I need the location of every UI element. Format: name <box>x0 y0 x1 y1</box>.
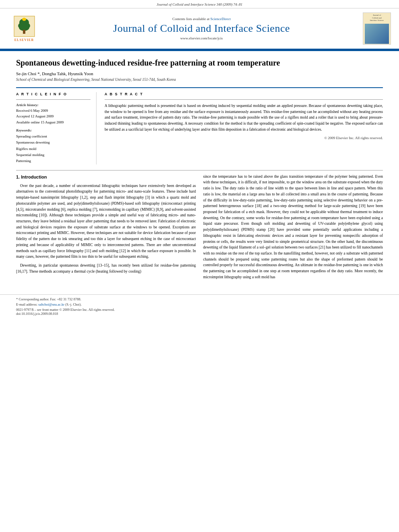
article-info-column: A R T I C L E I N F O Article history: R… <box>16 92 97 164</box>
history-label: Article history: <box>16 103 90 107</box>
copyright-line: © 2009 Elsevier Inc. All rights reserved… <box>105 136 383 140</box>
body-divider <box>16 170 383 170</box>
journal-citation-bar: Journal of Colloid and Interface Science… <box>0 0 399 8</box>
sciencedirect-link: Contents lists available at ScienceDirec… <box>40 17 363 21</box>
cover-mini-title: Journal ofColloid andInterface Science <box>369 13 385 23</box>
journal-url: www.elsevier.com/locate/jcis <box>40 36 363 40</box>
sciencedirect-hyperlink[interactable]: ScienceDirect <box>210 17 230 21</box>
info-divider <box>16 99 90 100</box>
body-left-column: 1. Introduction Over the past decade, a … <box>16 174 196 283</box>
issn-line: 0021-9797/$ – see front matter © 2009 El… <box>16 308 383 312</box>
keyword-2: Spontaneous dewetting <box>16 140 90 146</box>
doi-line: doi:10.1016/j.jcis.2009.08.018 <box>16 312 383 316</box>
issn-text: 0021-9797/$ – see front matter © 2009 El… <box>16 308 115 312</box>
journal-cover-image: Journal ofColloid andInterface Science <box>363 12 391 45</box>
email-label: E-mail address: <box>16 302 37 306</box>
elsevier-logo-area: ELSEVIER <box>8 15 40 42</box>
article-affiliation: School of Chemical and Biological Engine… <box>16 78 383 82</box>
abstract-divider <box>105 99 383 100</box>
article-authors: Se-jin Choi *, Dongha Tahk, Hyunsik Yoon <box>16 71 383 76</box>
section1-title: 1. Introduction <box>16 174 196 181</box>
available-date: Available online 15 August 2009 <box>16 119 90 125</box>
accepted-date: Accepted 12 August 2009 <box>16 113 90 119</box>
body-right-column: since the temperature has to be raised a… <box>203 174 383 283</box>
journal-title: Journal of Colloid and Interface Science <box>40 23 363 35</box>
article-footer: * Corresponding author. Fax: +82 31 732 … <box>0 294 399 316</box>
email-note-text: (S.-j. Choi). <box>65 302 82 306</box>
article-info-heading: A R T I C L E I N F O <box>16 92 90 96</box>
svg-rect-5 <box>23 30 25 34</box>
intro-paragraph-2: Dewetting, in particular spontaneous dew… <box>16 263 196 274</box>
keywords-list: Spreading coefficient Spontaneous dewett… <box>16 134 90 164</box>
page: Journal of Colloid and Interface Science… <box>0 0 399 532</box>
intro-paragraph-3: since the temperature has to be raised a… <box>203 174 383 280</box>
article-title: Spontaneous dewetting-induced residue-fr… <box>16 58 383 68</box>
elsevier-tree-icon <box>13 15 35 37</box>
keyword-3: Rigiflex mold <box>16 146 90 152</box>
keyword-4: Sequential molding <box>16 152 90 158</box>
elsevier-text: ELSEVIER <box>14 38 34 42</box>
cover-graphic <box>365 24 389 44</box>
keyword-5: Patterning <box>16 158 90 164</box>
abstract-text: A lithographic patterning method is pres… <box>105 103 383 133</box>
journal-citation: Journal of Colloid and Interface Science… <box>156 2 242 6</box>
journal-title-area: Contents lists available at ScienceDirec… <box>40 17 363 40</box>
intro-paragraph-1: Over the past decade, a number of unconv… <box>16 183 196 260</box>
title-divider <box>16 87 383 88</box>
email-note: E-mail address: saltchoi@snu.ac.kr (S.-j… <box>16 302 383 306</box>
article-dates: Received 6 May 2009 Accepted 12 August 2… <box>16 108 90 125</box>
corresponding-note: * Corresponding author. Fax: +82 31 732 … <box>16 297 383 301</box>
email-link[interactable]: saltchoi@snu.ac.kr <box>38 302 64 306</box>
info-abstract-row: A R T I C L E I N F O Article history: R… <box>16 92 383 164</box>
abstract-heading: A B S T R A C T <box>105 92 383 96</box>
abstract-column: A B S T R A C T A lithographic patternin… <box>105 92 383 164</box>
keywords-label: Keywords: <box>16 128 90 132</box>
corresponding-text: * Corresponding author. Fax: +82 31 732 … <box>16 297 81 301</box>
keyword-1: Spreading coefficient <box>16 134 90 140</box>
article-content: Spontaneous dewetting-induced residue-fr… <box>0 51 399 290</box>
svg-point-6 <box>22 18 26 21</box>
body-columns: 1. Introduction Over the past decade, a … <box>16 174 383 283</box>
journal-header: ELSEVIER Contents lists available at Sci… <box>0 8 399 49</box>
received-date: Received 6 May 2009 <box>16 108 90 113</box>
doi-text: doi:10.1016/j.jcis.2009.08.018 <box>16 312 58 316</box>
